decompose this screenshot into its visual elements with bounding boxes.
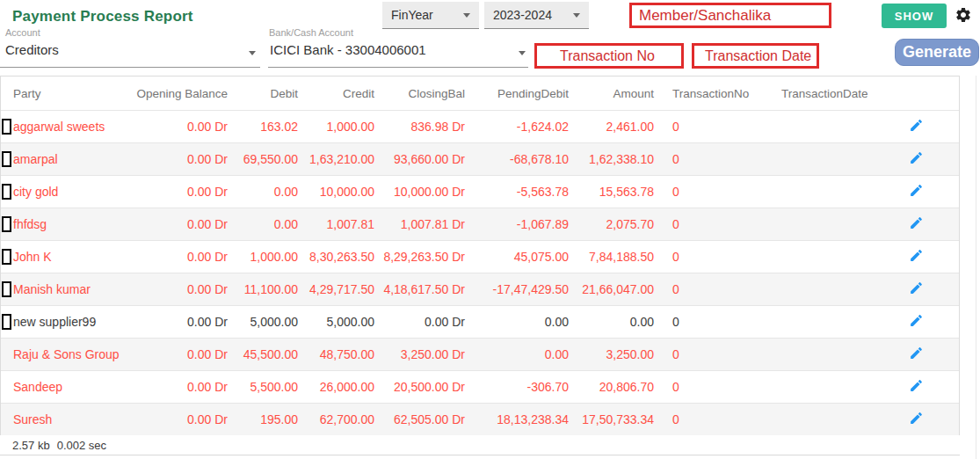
cell-amount: 7,84,188.50 <box>569 250 654 264</box>
cell-closingbal: 836.98 Dr <box>374 120 465 134</box>
cell-opening-balance: 0.00 Dr <box>133 347 228 361</box>
pencil-icon <box>909 378 924 393</box>
table-body: aggarwal sweets 0.00 Dr 163.02 1,000.00 … <box>1 110 959 435</box>
edit-row-button[interactable] <box>909 313 924 328</box>
generate-button[interactable]: Generate <box>895 39 979 66</box>
cell-amount: 3,250.00 <box>569 347 654 361</box>
pencil-icon <box>909 150 924 165</box>
cell-transactionno: 0 <box>654 315 759 329</box>
cell-transactionno: 0 <box>654 185 759 199</box>
cell-debit: 1,000.00 <box>228 250 298 264</box>
cell-transactionno: 0 <box>654 282 759 296</box>
cell-closingbal: 4,18,617.50 Dr <box>374 282 465 296</box>
cell-pendingdebit: 0.00 <box>465 347 569 361</box>
finyear-value-select[interactable]: 2023-2024 <box>484 2 589 29</box>
pencil-icon <box>909 411 924 426</box>
row-checkbox[interactable] <box>2 151 11 167</box>
cell-credit: 62,700.00 <box>298 412 374 426</box>
transaction-date-field[interactable]: Transaction Date <box>692 43 819 69</box>
column-header-pendingdebit: PendingDebit <box>465 87 569 100</box>
cell-credit: 48,750.00 <box>298 347 374 361</box>
edit-row-button[interactable] <box>909 150 924 165</box>
page-edge-line <box>976 76 976 459</box>
cell-pendingdebit: -306.70 <box>465 380 569 394</box>
cell-pendingdebit: 18,13,238.34 <box>465 412 569 426</box>
bank-account-select[interactable]: ICICI Bank - 33004006001 <box>270 42 426 57</box>
cell-closingbal: 1,007.81 Dr <box>374 217 465 231</box>
edit-row-button[interactable] <box>909 183 924 198</box>
table-row: fhfdsg 0.00 Dr 0.00 1,007.81 1,007.81 Dr… <box>1 208 959 240</box>
cell-transactionno: 0 <box>654 152 759 166</box>
cell-transactionno: 0 <box>654 380 759 394</box>
transaction-date-label: Transaction Date <box>705 48 811 64</box>
show-button[interactable]: SHOW <box>882 4 947 28</box>
cell-credit: 10,000.00 <box>298 185 374 199</box>
edit-row-button[interactable] <box>909 118 924 133</box>
cell-opening-balance: 0.00 Dr <box>133 412 228 426</box>
member-sanchalika-field[interactable]: Member/Sanchalika <box>629 3 831 28</box>
finyear-type-select[interactable]: FinYear <box>382 2 479 29</box>
cell-opening-balance: 0.00 Dr <box>133 380 228 394</box>
finyear-type-label: FinYear <box>391 8 433 22</box>
caret-down-icon <box>519 51 526 55</box>
cell-party: Sandeep <box>1 380 133 394</box>
cell-amount: 21,66,047.00 <box>569 282 654 296</box>
edit-row-button[interactable] <box>909 411 924 426</box>
table-row: Sandeep 0.00 Dr 5,500.00 26,000.00 20,50… <box>1 370 959 403</box>
table-row: amarpal 0.00 Dr 69,550.00 1,63,210.00 93… <box>1 142 959 175</box>
cell-party: fhfdsg <box>1 217 133 231</box>
member-sanchalika-label: Member/Sanchalika <box>639 7 771 25</box>
cell-debit: 5,500.00 <box>228 380 298 394</box>
cell-party: John K <box>1 250 133 264</box>
pencil-icon <box>909 183 924 198</box>
cell-opening-balance: 0.00 Dr <box>133 120 228 134</box>
cell-debit: 5,000.00 <box>228 315 298 329</box>
edit-row-button[interactable] <box>909 248 924 263</box>
cell-pendingdebit: 0.00 <box>465 315 569 329</box>
cell-amount: 15,563.78 <box>569 185 654 199</box>
edit-row-button[interactable] <box>909 215 924 230</box>
column-header-opening-balance: Opening Balance <box>133 87 228 100</box>
column-header-closingbal: ClosingBal <box>374 87 465 100</box>
cell-transactionno: 0 <box>654 217 759 231</box>
row-checkbox[interactable] <box>2 314 11 330</box>
cell-party: amarpal <box>1 152 133 166</box>
page-title: Payment Process Report <box>12 8 193 26</box>
row-checkbox[interactable] <box>2 216 11 232</box>
pencil-icon <box>909 215 924 230</box>
table-row: new supplier99 0.00 Dr 5,000.00 5,000.00… <box>1 305 959 338</box>
edit-row-button[interactable] <box>909 378 924 393</box>
pencil-icon <box>909 313 924 328</box>
cell-opening-balance: 0.00 Dr <box>133 315 228 329</box>
edit-row-button[interactable] <box>909 346 924 361</box>
cell-pendingdebit: 45,075.00 <box>465 250 569 264</box>
column-header-transactiondate: TransactionDate <box>759 87 873 100</box>
cell-pendingdebit: -17,47,429.50 <box>465 282 569 296</box>
cell-opening-balance: 0.00 Dr <box>133 282 228 296</box>
cell-amount: 17,50,733.34 <box>569 412 654 426</box>
cell-transactionno: 0 <box>654 250 759 264</box>
gear-icon[interactable] <box>955 6 972 24</box>
table-row: Raju & Sons Group 0.00 Dr 45,500.00 48,7… <box>1 338 959 370</box>
row-checkbox[interactable] <box>2 119 11 135</box>
cell-debit: 163.02 <box>228 120 298 134</box>
row-checkbox[interactable] <box>2 249 11 265</box>
table-header-row: Party Opening Balance Debit Credit Closi… <box>1 76 959 110</box>
account-select[interactable]: Creditors <box>5 42 59 57</box>
cell-debit: 0.00 <box>228 185 298 199</box>
edit-row-button[interactable] <box>909 280 924 295</box>
row-checkbox[interactable] <box>2 184 11 200</box>
cell-pendingdebit: -5,563.78 <box>465 185 569 199</box>
cell-transactionno: 0 <box>654 347 759 361</box>
caret-down-icon <box>249 51 256 55</box>
transaction-no-label: Transaction No <box>560 48 655 64</box>
row-checkbox[interactable] <box>2 281 11 297</box>
status-bar: 2.57 kb 0.002 sec <box>0 435 960 455</box>
cell-amount: 0.00 <box>569 315 654 329</box>
cell-opening-balance: 0.00 Dr <box>133 250 228 264</box>
transaction-no-field[interactable]: Transaction No <box>534 43 684 69</box>
cell-party: Manish kumar <box>1 282 133 296</box>
bank-account-label: Bank/Cash Account <box>269 27 353 38</box>
cell-credit: 4,29,717.50 <box>298 282 374 296</box>
cell-credit: 1,000.00 <box>298 120 374 134</box>
